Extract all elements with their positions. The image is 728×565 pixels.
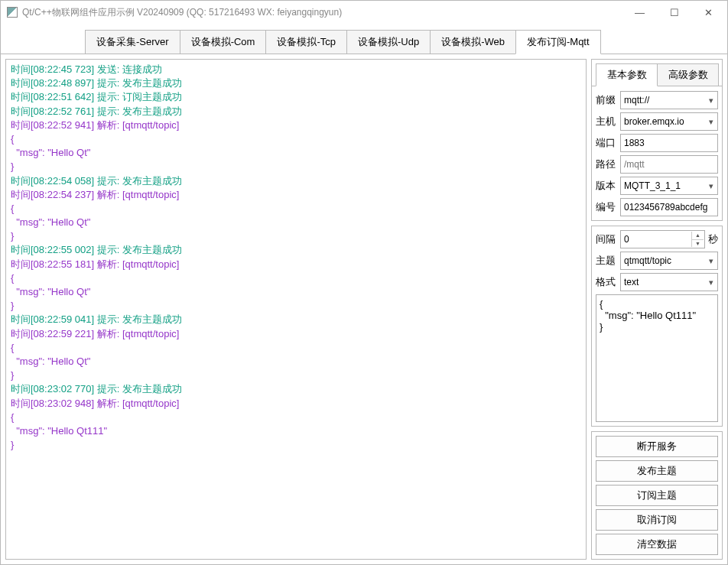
main-tab-3[interactable]: 设备模拟-Udp: [346, 30, 431, 54]
prefix-input[interactable]: [624, 95, 714, 106]
unsubscribe-button[interactable]: 取消订阅: [596, 509, 718, 531]
log-line: "msg": "Hello Qt": [11, 146, 581, 160]
port-label: 端口: [596, 136, 617, 150]
subscribe-button[interactable]: 订阅主题: [596, 485, 718, 506]
id-input[interactable]: [624, 202, 714, 213]
payload-textarea[interactable]: [596, 294, 718, 422]
param-subtab-1[interactable]: 高级参数: [657, 63, 719, 86]
titlebar: Qt/C++物联网组件应用示例 V20240909 (QQ: 517216493…: [1, 1, 727, 24]
log-panel[interactable]: 时间[08:22:45 723] 发送: 连接成功时间[08:22:48 897…: [5, 59, 587, 560]
log-line: 时间[08:22:55 002] 提示: 发布主题成功: [11, 243, 581, 257]
maximize-button[interactable]: ☐: [657, 2, 691, 23]
log-line: "msg": "Hello Qt": [11, 216, 581, 229]
host-label: 主机: [596, 115, 617, 128]
disconnect-button[interactable]: 断开服务: [596, 436, 718, 457]
format-input[interactable]: [624, 277, 714, 287]
version-label: 版本: [596, 179, 617, 193]
host-combo[interactable]: [620, 112, 718, 131]
interval-input[interactable]: [624, 234, 701, 245]
host-input[interactable]: [624, 116, 714, 127]
window-controls: — ☐ ✕: [622, 2, 726, 23]
log-line: {: [11, 202, 581, 216]
app-window: Qt/C++物联网组件应用示例 V20240909 (QQ: 517216493…: [0, 0, 728, 565]
format-label: 格式: [596, 275, 617, 289]
log-line: {: [11, 341, 581, 355]
main-tab-5[interactable]: 发布订阅-Mqtt: [515, 30, 601, 54]
log-line: 时间[08:22:45 723] 发送: 连接成功: [11, 63, 581, 76]
path-input[interactable]: [624, 159, 714, 170]
log-line: "msg": "Hello Qt": [11, 355, 581, 369]
actions-group: 断开服务 发布主题 订阅主题 取消订阅 清空数据: [591, 431, 723, 560]
version-input[interactable]: [624, 180, 714, 191]
log-line: {: [11, 411, 581, 424]
interval-unit: 秒: [708, 232, 718, 246]
spin-down-icon[interactable]: ▼: [691, 240, 704, 248]
main-tab-2[interactable]: 设备模拟-Tcp: [265, 30, 347, 54]
log-line: }: [11, 160, 581, 174]
clear-button[interactable]: 清空数据: [596, 534, 718, 555]
main-tab-bar: 设备采集-Server设备模拟-Com设备模拟-Tcp设备模拟-Udp设备模拟-…: [1, 24, 727, 54]
content-area: 时间[08:22:45 723] 发送: 连接成功时间[08:22:48 897…: [1, 54, 727, 564]
interval-label: 间隔: [596, 232, 617, 246]
format-combo[interactable]: [620, 273, 718, 291]
window-title: Qt/C++物联网组件应用示例 V20240909 (QQ: 517216493…: [22, 6, 622, 19]
log-line: 时间[08:22:52 941] 解析: [qtmqtt/topic]: [11, 119, 581, 132]
topic-input[interactable]: [624, 255, 714, 266]
log-line: "msg": "Hello Qt111": [11, 424, 581, 438]
log-line: }: [11, 438, 581, 452]
app-icon: [7, 7, 18, 18]
log-line: 时间[08:23:02 948] 解析: [qtmqtt/topic]: [11, 397, 581, 411]
log-line: 时间[08:22:52 761] 提示: 发布主题成功: [11, 105, 581, 119]
publish-button[interactable]: 发布主题: [596, 460, 718, 482]
log-line: 时间[08:23:02 770] 提示: 发布主题成功: [11, 382, 581, 396]
log-line: "msg": "Hello Qt": [11, 285, 581, 299]
close-button[interactable]: ✕: [691, 2, 726, 23]
version-combo[interactable]: [620, 177, 718, 195]
path-label: 路径: [596, 157, 617, 171]
publish-group: 间隔 ▲▼ 秒 主题 格式: [591, 226, 723, 427]
interval-spin[interactable]: ▲▼: [620, 230, 705, 248]
log-line: 时间[08:22:55 181] 解析: [qtmqtt/topic]: [11, 258, 581, 271]
interval-spin-buttons[interactable]: ▲▼: [691, 232, 704, 247]
log-line: {: [11, 271, 581, 285]
id-field[interactable]: [620, 198, 718, 216]
minimize-button[interactable]: —: [622, 2, 657, 23]
log-line: }: [11, 229, 581, 243]
log-line: }: [11, 299, 581, 313]
topic-label: 主题: [596, 254, 617, 268]
log-line: 时间[08:22:59 221] 解析: [qtmqtt/topic]: [11, 327, 581, 341]
param-subtabs: 基本参数高级参数: [592, 60, 722, 86]
main-tab-1[interactable]: 设备模拟-Com: [180, 30, 267, 54]
main-tab-4[interactable]: 设备模拟-Web: [430, 30, 516, 54]
right-column: 基本参数高级参数 前缀 主机 端口 路径 版本: [591, 59, 723, 560]
log-line: 时间[08:22:54 058] 提示: 发布主题成功: [11, 174, 581, 188]
prefix-combo[interactable]: [620, 91, 718, 109]
path-field[interactable]: [620, 155, 718, 174]
id-label: 编号: [596, 200, 617, 214]
topic-combo[interactable]: [620, 252, 718, 270]
main-tab-0[interactable]: 设备采集-Server: [85, 30, 180, 54]
port-input[interactable]: [624, 138, 714, 148]
log-line: 时间[08:22:54 237] 解析: [qtmqtt/topic]: [11, 188, 581, 202]
log-line: }: [11, 369, 581, 382]
port-field[interactable]: [620, 134, 718, 152]
spin-up-icon[interactable]: ▲: [691, 232, 704, 240]
log-line: 时间[08:22:48 897] 提示: 发布主题成功: [11, 76, 581, 90]
log-line: 时间[08:22:51 642] 提示: 订阅主题成功: [11, 90, 581, 104]
basic-params-group: 基本参数高级参数 前缀 主机 端口 路径 版本: [591, 59, 723, 221]
prefix-label: 前缀: [596, 93, 617, 107]
log-line: {: [11, 132, 581, 146]
param-subtab-0[interactable]: 基本参数: [596, 63, 658, 86]
log-line: 时间[08:22:59 041] 提示: 发布主题成功: [11, 313, 581, 326]
